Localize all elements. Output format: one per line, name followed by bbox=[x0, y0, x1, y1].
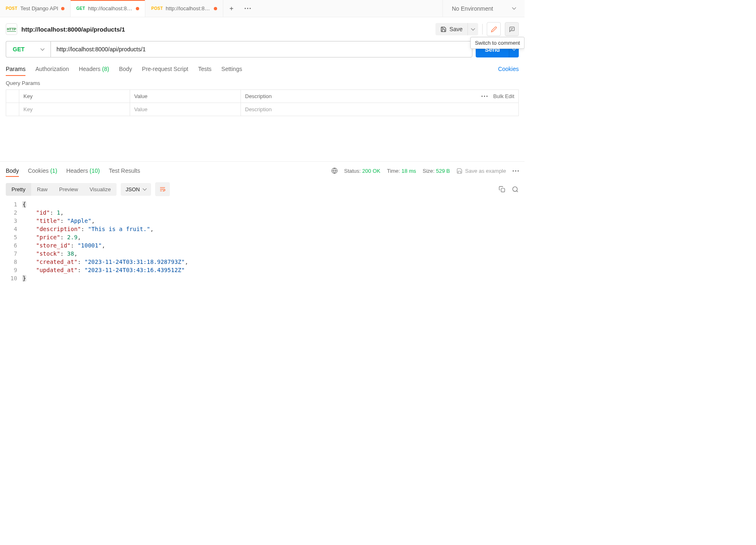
code-line: { bbox=[22, 200, 519, 208]
tab-headers[interactable]: Headers (8) bbox=[79, 62, 109, 76]
response-tabs: Body Cookies (1) Headers (10) Test Resul… bbox=[0, 162, 525, 180]
body-view-toolbar: Pretty Raw Preview Visualize JSON bbox=[0, 180, 525, 199]
svg-point-7 bbox=[513, 187, 517, 191]
tooltip: Switch to comment bbox=[470, 37, 525, 49]
tab-authorization[interactable]: Authorization bbox=[35, 62, 69, 76]
chevron-down-icon bbox=[40, 46, 44, 50]
wrap-button[interactable] bbox=[155, 182, 170, 196]
view-raw[interactable]: Raw bbox=[31, 183, 53, 196]
resp-tab-cookies[interactable]: Cookies (1) bbox=[28, 165, 57, 176]
request-tabs: Params Authorization Headers (8) Body Pr… bbox=[0, 62, 525, 76]
tab-settings[interactable]: Settings bbox=[221, 62, 242, 76]
tab-prerequest[interactable]: Pre-request Script bbox=[142, 62, 188, 76]
resp-tab-headers[interactable]: Headers (10) bbox=[66, 165, 100, 176]
more-icon[interactable] bbox=[481, 96, 488, 97]
wrap-icon bbox=[159, 186, 166, 192]
status-meta: Status: 200 OK bbox=[344, 168, 380, 174]
value-input[interactable]: Value bbox=[130, 103, 241, 116]
key-input[interactable]: Key bbox=[19, 103, 130, 116]
http-icon: HTTP bbox=[6, 23, 17, 35]
code-line: "store_id": "10001", bbox=[22, 241, 519, 250]
format-select[interactable]: JSON bbox=[121, 183, 151, 196]
column-key: Key bbox=[19, 90, 130, 103]
environment-selector[interactable]: No Environment bbox=[442, 0, 525, 17]
view-preview[interactable]: Preview bbox=[53, 183, 84, 196]
code-line: "description": "This is a fruit.", bbox=[22, 225, 519, 233]
environment-label: No Environment bbox=[452, 5, 493, 12]
save-icon bbox=[456, 168, 463, 174]
url-input[interactable]: http://localhost:8000/api/products/1 bbox=[50, 41, 473, 57]
save-example-button[interactable]: Save as example bbox=[456, 168, 506, 174]
search-icon[interactable] bbox=[512, 186, 519, 193]
code-line: "price": 2.9, bbox=[22, 233, 519, 241]
tab-tests[interactable]: Tests bbox=[198, 62, 212, 76]
request-title: http://localhost:8000/api/products/1 bbox=[21, 26, 125, 33]
view-visualize[interactable]: Visualize bbox=[84, 183, 117, 196]
chevron-down-icon bbox=[471, 26, 475, 30]
method-badge: GET bbox=[76, 6, 85, 11]
request-tab[interactable]: GEThttp://localhost:8000/a bbox=[71, 0, 145, 17]
comment-button[interactable] bbox=[505, 22, 519, 36]
unsaved-indicator bbox=[214, 7, 217, 10]
unsaved-indicator bbox=[136, 7, 139, 10]
edit-button[interactable] bbox=[487, 22, 501, 36]
resp-tab-testresults[interactable]: Test Results bbox=[109, 165, 140, 176]
pencil-icon bbox=[491, 26, 497, 32]
request-tab[interactable]: POSThttp://localhost:8000, bbox=[145, 0, 223, 17]
tab-title: Test Django API bbox=[20, 5, 58, 11]
code-line: "id": 1, bbox=[22, 208, 519, 217]
params-table: Key Value Description Bulk Edit Key Valu… bbox=[6, 89, 519, 116]
method-badge: POST bbox=[6, 6, 17, 11]
chevron-down-icon bbox=[512, 6, 516, 10]
request-header: HTTP http://localhost:8000/api/products/… bbox=[0, 17, 525, 41]
code-line: } bbox=[22, 274, 519, 282]
bulk-edit-button[interactable]: Bulk Edit bbox=[493, 93, 514, 99]
response-body: 12345678910 { "id": 1, "title": "Apple",… bbox=[0, 199, 525, 288]
globe-icon[interactable] bbox=[331, 167, 338, 174]
svg-line-8 bbox=[517, 190, 518, 192]
code-line: "created_at": "2023-11-24T03:31:18.92879… bbox=[22, 258, 519, 266]
code-line: "stock": 38, bbox=[22, 250, 519, 258]
save-icon bbox=[440, 26, 447, 32]
code-line: "updated_at": "2023-11-24T03:43:16.43951… bbox=[22, 266, 519, 274]
svg-rect-6 bbox=[501, 188, 505, 192]
query-params-label: Query Params bbox=[0, 76, 525, 89]
url-bar: GET http://localhost:8000/api/products/1… bbox=[0, 41, 525, 62]
tabs-more-button[interactable] bbox=[240, 8, 256, 9]
tab-params[interactable]: Params bbox=[6, 62, 25, 76]
table-row[interactable]: Key Value Description bbox=[6, 103, 518, 116]
tab-title: http://localhost:8000, bbox=[166, 5, 211, 11]
tab-body[interactable]: Body bbox=[119, 62, 132, 76]
tabs-bar: POSTTest Django APIGEThttp://localhost:8… bbox=[0, 0, 525, 17]
cookies-link[interactable]: Cookies bbox=[498, 66, 519, 72]
save-dropdown[interactable] bbox=[467, 23, 478, 35]
copy-icon[interactable] bbox=[499, 186, 505, 192]
size-meta: Size: 529 B bbox=[423, 168, 450, 174]
description-input[interactable]: Description bbox=[241, 103, 518, 116]
request-tab[interactable]: POSTTest Django API bbox=[0, 0, 71, 17]
unsaved-indicator bbox=[61, 7, 64, 10]
view-pretty[interactable]: Pretty bbox=[6, 183, 31, 196]
new-tab-button[interactable]: + bbox=[223, 5, 240, 13]
method-badge: POST bbox=[151, 6, 163, 11]
body-view-toggle: Pretty Raw Preview Visualize bbox=[6, 183, 117, 196]
chevron-down-icon bbox=[142, 186, 147, 190]
comment-icon bbox=[509, 26, 515, 32]
save-button[interactable]: Save bbox=[435, 23, 467, 35]
method-select[interactable]: GET bbox=[6, 41, 50, 57]
column-value: Value bbox=[130, 90, 241, 103]
time-meta: Time: 18 ms bbox=[387, 168, 416, 174]
column-description: Description Bulk Edit bbox=[241, 90, 518, 103]
more-icon[interactable] bbox=[513, 170, 519, 172]
code-line: "title": "Apple", bbox=[22, 217, 519, 225]
resp-tab-body[interactable]: Body bbox=[6, 165, 19, 176]
tab-title: http://localhost:8000/a bbox=[88, 5, 133, 11]
